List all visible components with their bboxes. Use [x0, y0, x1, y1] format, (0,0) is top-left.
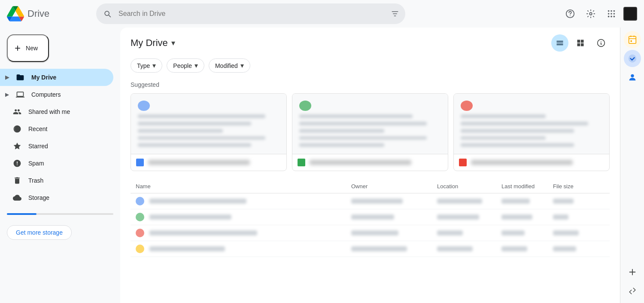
card-inner-content-1 [131, 94, 286, 154]
svg-point-1 [570, 15, 571, 16]
file-row-1-icon [136, 197, 144, 205]
search-input[interactable] [96, 3, 405, 24]
file-row-2-name [149, 214, 231, 220]
file-row-4-name-cell [136, 245, 351, 253]
expand-panel-button[interactable] [624, 282, 641, 300]
topbar-right [562, 5, 637, 22]
file-row-4-location [437, 246, 473, 251]
file-row-1-name [149, 199, 246, 204]
content-header: My Drive ▾ [131, 34, 610, 52]
sidebar-item-spam[interactable]: Spam [0, 155, 113, 172]
card-line-1a [138, 114, 265, 118]
file-row-1[interactable] [131, 193, 610, 209]
type-filter-arrow-icon: ▾ [152, 61, 156, 70]
grid-view-button[interactable] [572, 34, 589, 52]
file-row-4-size [553, 246, 576, 251]
file-row-4-owner [351, 246, 407, 251]
contacts-button[interactable] [624, 69, 641, 86]
card-line-2b [299, 122, 427, 125]
people-filter-arrow-icon: ▾ [194, 61, 198, 70]
file-row-2-owner [351, 214, 394, 220]
sidebar-item-recent-label: Recent [28, 125, 47, 132]
card-preview-2 [292, 94, 448, 154]
col-owner-header: Owner [351, 183, 437, 190]
file-row-4[interactable] [131, 241, 610, 257]
file-row-3-icon [136, 229, 144, 237]
card-line-3d [461, 136, 546, 140]
sidebar-item-shared[interactable]: Shared with me [0, 103, 113, 120]
get-storage-button[interactable]: Get more storage [7, 225, 72, 240]
new-button[interactable]: + New [7, 34, 49, 62]
file-row-2[interactable] [131, 209, 610, 225]
search-bar [96, 3, 405, 24]
svg-point-5 [614, 10, 615, 12]
card-line-1e [138, 143, 251, 147]
sidebar-item-starred-label: Starred [28, 143, 48, 150]
search-filter-icon[interactable] [391, 9, 399, 18]
card-footer-1 [131, 154, 286, 171]
list-view-button[interactable] [551, 34, 568, 52]
svg-point-16 [631, 74, 634, 77]
svg-point-10 [611, 16, 612, 18]
page-title: My Drive [131, 37, 168, 49]
card-inner-content-3 [454, 94, 609, 154]
apps-button[interactable] [603, 5, 620, 22]
right-panel [620, 28, 644, 303]
user-avatar[interactable] [623, 7, 637, 21]
help-button[interactable] [562, 5, 579, 22]
recent-clock-icon [13, 125, 21, 133]
card-line-2e [299, 143, 384, 147]
sidebar-item-starred[interactable]: Starred [0, 138, 113, 155]
topbar: Drive [0, 0, 644, 28]
modified-filter-arrow-icon: ▾ [240, 61, 244, 70]
file-row-1-size [553, 199, 574, 204]
new-button-label: New [26, 45, 38, 52]
suggested-card-2[interactable] [292, 93, 448, 171]
card-preview-1 [131, 94, 286, 154]
card-file-icon-2 [298, 159, 305, 166]
storage-bar-background [7, 213, 113, 215]
drive-title-chevron-icon[interactable]: ▾ [171, 38, 175, 48]
file-row-3-location [437, 230, 463, 236]
settings-button[interactable] [582, 5, 599, 22]
file-row-2-location [437, 214, 479, 220]
storage-section [0, 206, 120, 222]
suggested-card-1[interactable] [131, 93, 287, 171]
sidebar-item-my-drive[interactable]: ▶ My Drive [0, 69, 113, 86]
logo-area[interactable]: Drive [7, 5, 93, 22]
sidebar-item-trash[interactable]: Trash [0, 172, 113, 189]
file-row-3[interactable] [131, 225, 610, 241]
card-line-3b [461, 122, 588, 125]
file-row-3-modified [501, 230, 525, 236]
suggested-card-3[interactable] [453, 93, 610, 171]
trash-icon [13, 176, 21, 185]
storage-cloud-icon [13, 193, 21, 202]
card-footer-2 [292, 154, 448, 171]
sidebar-item-computers-label: Computers [31, 91, 61, 98]
sidebar-item-storage[interactable]: Storage [0, 189, 113, 206]
type-filter-chip[interactable]: Type ▾ [131, 58, 162, 73]
svg-point-7 [611, 13, 612, 15]
file-row-1-modified [501, 199, 530, 204]
file-row-3-name-cell [136, 229, 351, 237]
svg-point-11 [614, 16, 615, 18]
file-row-4-modified [501, 246, 527, 251]
card-line-2d [299, 136, 427, 140]
file-row-4-icon [136, 245, 144, 253]
card-file-name-1 [148, 160, 250, 165]
plus-icon: + [15, 42, 21, 54]
sidebar-item-recent[interactable]: Recent [0, 120, 113, 138]
my-drive-expand-icon: ▶ [5, 74, 9, 80]
sidebar-item-computers[interactable]: ▶ Computers [0, 86, 113, 103]
card-line-1b [138, 122, 251, 125]
calendar-button[interactable] [624, 31, 641, 48]
people-filter-chip[interactable]: People ▾ [167, 58, 204, 73]
modified-filter-chip[interactable]: Modified ▾ [209, 58, 250, 73]
add-apps-button[interactable] [624, 263, 641, 281]
card-preview-3 [454, 94, 609, 154]
svg-point-3 [608, 10, 610, 12]
card-file-icon-1 [136, 159, 144, 166]
info-button[interactable] [592, 34, 610, 52]
tasks-button[interactable] [624, 50, 641, 67]
card-line-2a [299, 114, 413, 118]
